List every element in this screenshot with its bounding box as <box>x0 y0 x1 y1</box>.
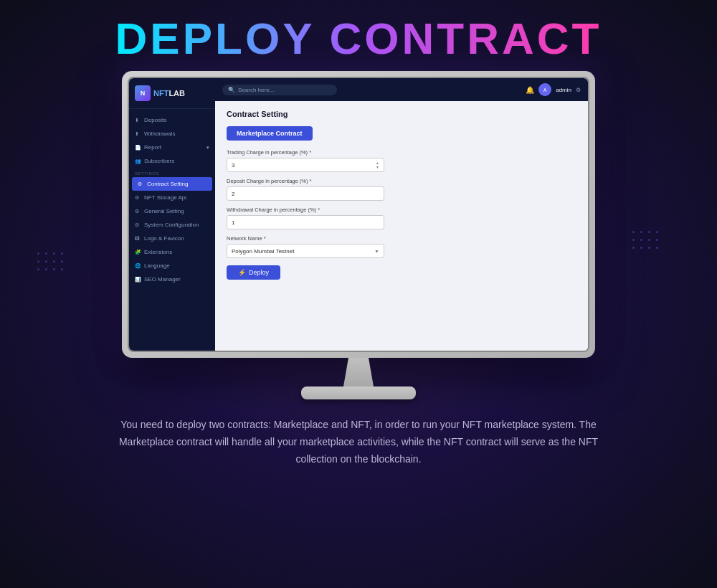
trading-charge-group: Trading Charge in percentage (%) * 3 ▲ ▼ <box>227 149 576 172</box>
logo-icon: N <box>135 85 151 101</box>
report-icon: 📄 <box>135 145 141 151</box>
sidebar: N NFTLAB ⬇ Deposits ⬆ Withdrawals <box>129 78 215 351</box>
deposit-charge-input[interactable]: 2 <box>227 186 384 201</box>
nft-storage-icon: ⚙ <box>135 195 141 201</box>
trading-charge-spinners: ▲ ▼ <box>376 161 379 169</box>
bottom-description: You need to deploy two contracts: Market… <box>100 417 617 468</box>
logo-favicon-icon: 🖼 <box>135 236 141 241</box>
avatar-initial: A <box>543 87 547 93</box>
content-area: Contract Setting Marketplace Contract Tr… <box>215 101 588 351</box>
search-icon: 🔍 <box>228 87 235 93</box>
withdrawals-icon: ⬆ <box>135 131 141 137</box>
deploy-button[interactable]: ⚡ Deploy <box>227 265 280 280</box>
monitor-screen-outer: N NFTLAB ⬇ Deposits ⬆ Withdrawals <box>122 71 595 358</box>
settings-section-label: SETTINGS <box>129 168 215 177</box>
content-page-title: Contract Setting <box>227 110 576 118</box>
logo-nft: NFT <box>153 89 168 98</box>
sidebar-logo: N NFTLAB <box>129 78 215 109</box>
sidebar-item-label: Report <box>144 144 161 151</box>
avatar: A <box>538 83 551 96</box>
sidebar-item-label: Extensions <box>144 249 172 255</box>
logo-text: NFTLAB <box>153 89 185 98</box>
topbar-settings-icon[interactable]: ⚙ <box>576 87 581 93</box>
main-area: 🔍 Search here... 🔔 A admin ⚙ <box>215 78 588 351</box>
sidebar-item-contract-setting[interactable]: ⚙ Contract Setting <box>132 177 212 191</box>
sidebar-item-label: Deposits <box>144 117 166 123</box>
search-input-placeholder: Search here... <box>238 87 274 93</box>
deposit-charge-label: Deposit Charge in percentage (%) * <box>227 178 576 184</box>
logo-lab: LAB <box>168 89 185 98</box>
page-main-title: DEPLOY CONTRACT <box>115 13 602 64</box>
sidebar-item-subscribers[interactable]: 👥 Subscribers <box>129 154 215 168</box>
sidebar-item-label: Logo & Favicon <box>144 235 184 242</box>
monitor-wrapper: N NFTLAB ⬇ Deposits ⬆ Withdrawals <box>115 71 602 399</box>
sidebar-item-logo-favicon[interactable]: 🖼 Logo & Favicon <box>129 232 215 245</box>
sidebar-nav: ⬇ Deposits ⬆ Withdrawals 📄 Report ▾ <box>129 109 215 290</box>
bell-icon[interactable]: 🔔 <box>526 86 534 94</box>
topbar-right: 🔔 A admin ⚙ <box>526 83 581 96</box>
withdrawal-charge-value: 1 <box>232 219 234 226</box>
system-config-icon: ⚙ <box>135 222 141 228</box>
sidebar-item-label: System Configuration <box>144 222 199 228</box>
sidebar-item-withdrawals[interactable]: ⬆ Withdrawals <box>129 127 215 141</box>
sidebar-item-label: Subscribers <box>144 158 174 164</box>
deploy-icon: ⚡ <box>238 269 246 276</box>
sidebar-item-label: General Setting <box>144 208 184 214</box>
network-name-select[interactable]: Polygon Mumbai Testnet ▼ <box>227 244 384 258</box>
sidebar-item-label: Language <box>144 262 170 269</box>
network-name-value: Polygon Mumbai Testnet <box>232 248 294 255</box>
admin-label: admin <box>556 87 571 93</box>
topbar: 🔍 Search here... 🔔 A admin ⚙ <box>215 78 588 101</box>
marketplace-contract-tab[interactable]: Marketplace Contract <box>227 126 313 141</box>
sidebar-item-extensions[interactable]: 🧩 Extensions <box>129 245 215 259</box>
trading-charge-input[interactable]: 3 ▲ ▼ <box>227 158 384 172</box>
select-chevron-icon: ▼ <box>374 249 379 254</box>
sidebar-item-report[interactable]: 📄 Report ▾ <box>129 141 215 154</box>
monitor-stand-neck <box>333 358 384 387</box>
sidebar-item-label: NFT Storage Api <box>144 194 186 201</box>
sidebar-item-label: SEO Manager <box>144 276 181 283</box>
network-name-label: Network Name * <box>227 235 576 242</box>
deposit-charge-value: 2 <box>232 191 234 197</box>
sidebar-item-system-config[interactable]: ⚙ System Configuration <box>129 218 215 232</box>
deploy-button-label: Deploy <box>249 269 269 276</box>
screen-content: N NFTLAB ⬇ Deposits ⬆ Withdrawals <box>129 78 588 351</box>
seo-icon: 📊 <box>135 277 141 283</box>
search-box[interactable]: 🔍 Search here... <box>222 85 337 95</box>
trading-charge-value: 3 <box>232 162 234 169</box>
sidebar-item-general-setting[interactable]: ⚙ General Setting <box>129 204 215 218</box>
decorative-dots-left <box>36 251 65 272</box>
sidebar-item-deposits[interactable]: ⬇ Deposits <box>129 113 215 127</box>
withdrawal-charge-input[interactable]: 1 <box>227 215 384 229</box>
extensions-icon: 🧩 <box>135 250 141 255</box>
withdrawal-charge-label: Withdrawal Charge in percentage (%) * <box>227 207 576 213</box>
decorative-dots-right <box>631 229 660 250</box>
subscribers-icon: 👥 <box>135 158 141 164</box>
trading-charge-label: Trading Charge in percentage (%) * <box>227 149 576 156</box>
language-icon: 🌐 <box>135 263 141 269</box>
sidebar-item-seo-manager[interactable]: 📊 SEO Manager <box>129 272 215 286</box>
deposit-charge-group: Deposit Charge in percentage (%) * 2 <box>227 178 576 201</box>
monitor-stand-base <box>301 387 416 399</box>
sidebar-item-language[interactable]: 🌐 Language <box>129 259 215 272</box>
sidebar-item-nft-storage[interactable]: ⚙ NFT Storage Api <box>129 191 215 204</box>
monitor-bezel: N NFTLAB ⬇ Deposits ⬆ Withdrawals <box>128 77 589 352</box>
deposits-icon: ⬇ <box>135 118 141 123</box>
general-setting-icon: ⚙ <box>135 209 141 214</box>
spinner-down[interactable]: ▼ <box>376 166 379 169</box>
network-name-group: Network Name * Polygon Mumbai Testnet ▼ <box>227 235 576 258</box>
chevron-down-icon: ▾ <box>206 145 209 151</box>
sidebar-item-label: Withdrawals <box>144 131 176 137</box>
withdrawal-charge-group: Withdrawal Charge in percentage (%) * 1 <box>227 207 576 229</box>
sidebar-item-label: Contract Setting <box>147 181 188 187</box>
spinner-up[interactable]: ▲ <box>376 161 379 165</box>
contract-setting-icon: ⚙ <box>138 181 143 187</box>
